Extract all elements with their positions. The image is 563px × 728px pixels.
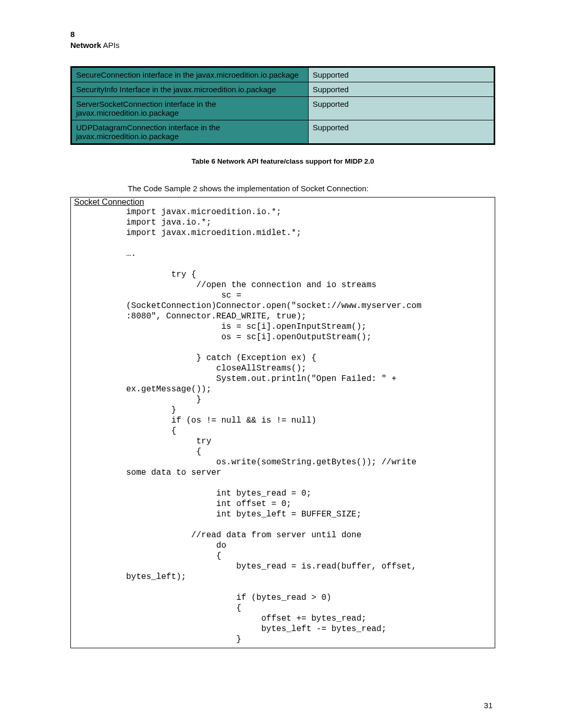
feature-cell: SecurityInfo Interface in the javax.micr… (71, 82, 309, 97)
table-row: SecurityInfo Interface in the javax.micr… (71, 82, 495, 97)
page-number: 31 (484, 701, 493, 710)
status-cell: Supported (308, 97, 494, 120)
chapter-header: 8 Network APIs (70, 29, 495, 51)
feature-cell: SecureConnection interface in the javax.… (71, 67, 309, 82)
feature-cell: UDPDatagramConnection interface in the j… (71, 120, 309, 144)
chapter-number: 8 (70, 29, 495, 40)
api-support-table: SecureConnection interface in the javax.… (70, 66, 495, 145)
page-container: 8 Network APIs SecureConnection interfac… (0, 0, 563, 728)
status-cell: Supported (308, 67, 494, 82)
chapter-title-bold: Network (70, 41, 101, 50)
status-cell: Supported (308, 120, 494, 144)
feature-cell: ServerSocketConnection interface in the … (71, 97, 309, 120)
table-row: SecureConnection interface in the javax.… (71, 67, 495, 82)
code-sample-title: Socket Connection (74, 198, 493, 207)
table-caption: Table 6 Network API feature/class suppor… (70, 157, 495, 165)
chapter-title-rest: APIs (101, 41, 119, 50)
code-intro-text: The Code Sample 2 shows the implementati… (128, 184, 495, 193)
status-cell: Supported (308, 82, 494, 97)
table-row: UDPDatagramConnection interface in the j… (71, 120, 495, 144)
table-row: ServerSocketConnection interface in the … (71, 97, 495, 120)
code-sample-body: import javax.microedition.io.*; import j… (126, 207, 493, 645)
code-sample-box: Socket Connection import javax.microedit… (70, 197, 495, 648)
chapter-title: Network APIs (70, 40, 495, 51)
